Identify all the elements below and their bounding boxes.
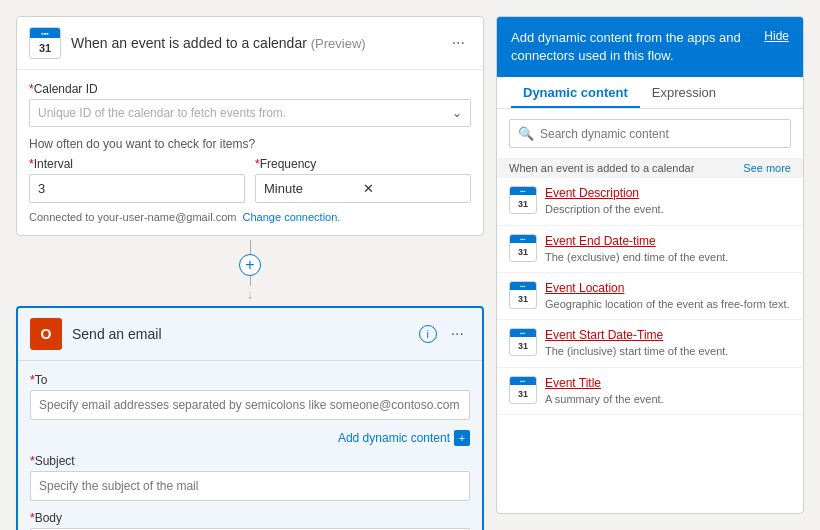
to-input[interactable]	[30, 390, 470, 420]
add-dynamic-content-button[interactable]: Add dynamic content +	[338, 430, 470, 446]
item-description: Description of the event.	[545, 202, 791, 216]
dynamic-item[interactable]: ▪▪▪ 31 Event Location Geographic locatio…	[497, 273, 803, 320]
to-label: *To	[30, 373, 470, 387]
dynamic-item[interactable]: ▪▪▪ 31 Event Start Date-Time The (inclus…	[497, 320, 803, 367]
subject-input[interactable]	[30, 471, 470, 501]
dynamic-items-list: ▪▪▪ 31 Event Description Description of …	[497, 178, 803, 513]
to-field: *To	[30, 373, 470, 420]
item-description: Geographic location of the event as free…	[545, 297, 791, 311]
item-description: A summary of the event.	[545, 392, 791, 406]
section-header: When an event is added to a calendar See…	[497, 158, 803, 178]
info-icon[interactable]: i	[419, 325, 437, 343]
hide-panel-button[interactable]: Hide	[764, 29, 789, 43]
plus-connector: + ↓	[16, 240, 484, 302]
item-description: The (exclusive) end time of the event.	[545, 250, 791, 264]
item-name: Event Title	[545, 376, 791, 390]
action-title: Send an email	[72, 326, 419, 342]
item-text: Event Description Description of the eve…	[545, 186, 791, 216]
chevron-down-icon: ⌄	[452, 106, 462, 120]
interval-input[interactable]	[29, 174, 245, 203]
connector-line-bottom	[250, 276, 251, 286]
trigger-card-header: ▪▪▪ 31 When an event is added to a calen…	[17, 17, 483, 70]
item-calendar-icon: ▪▪▪ 31	[509, 234, 537, 262]
clear-icon[interactable]: ✕	[363, 181, 462, 196]
trigger-menu-button[interactable]: ···	[446, 32, 471, 54]
dynamic-panel-header-text: Add dynamic content from the apps and co…	[511, 29, 754, 65]
item-text: Event Title A summary of the event.	[545, 376, 791, 406]
connector-line-top	[250, 240, 251, 254]
interval-field: *Interval	[29, 157, 245, 203]
dynamic-item[interactable]: ▪▪▪ 31 Event End Date-time The (exclusiv…	[497, 226, 803, 273]
frequency-select[interactable]: Minute ✕	[255, 174, 471, 203]
left-panel: ▪▪▪ 31 When an event is added to a calen…	[16, 16, 484, 514]
item-text: Event End Date-time The (exclusive) end …	[545, 234, 791, 264]
trigger-calendar-icon: ▪▪▪ 31	[29, 27, 61, 59]
add-step-button[interactable]: +	[239, 254, 261, 276]
trigger-card: ▪▪▪ 31 When an event is added to a calen…	[16, 16, 484, 236]
item-text: Event Location Geographic location of th…	[545, 281, 791, 311]
tabs-row: Dynamic content Expression	[497, 77, 803, 109]
dynamic-item[interactable]: ▪▪▪ 31 Event Description Description of …	[497, 178, 803, 225]
see-more-button[interactable]: See more	[743, 162, 791, 174]
action-menu-button[interactable]: ···	[445, 323, 470, 345]
calendar-id-label: *Calendar ID	[29, 82, 471, 96]
calendar-id-input[interactable]: Unique ID of the calendar to fetch event…	[29, 99, 471, 127]
dynamic-content-panel: Add dynamic content from the apps and co…	[496, 16, 804, 514]
subject-field: *Subject	[30, 454, 470, 501]
section-title: When an event is added to a calendar	[509, 162, 694, 174]
subject-label: *Subject	[30, 454, 470, 468]
item-calendar-icon: ▪▪▪ 31	[509, 376, 537, 404]
trigger-connection-info: Connected to your-user-name@gmail.com Ch…	[29, 211, 471, 223]
item-calendar-icon: ▪▪▪ 31	[509, 186, 537, 214]
item-name: Event Start Date-Time	[545, 328, 791, 342]
add-icon: +	[454, 430, 470, 446]
item-calendar-icon: ▪▪▪ 31	[509, 328, 537, 356]
dynamic-panel-header: Add dynamic content from the apps and co…	[497, 17, 803, 77]
arrow-down-icon: ↓	[247, 286, 254, 302]
dynamic-item[interactable]: ▪▪▪ 31 Event Title A summary of the even…	[497, 368, 803, 415]
body-label: *Body	[30, 511, 470, 525]
frequency-label: *Frequency	[255, 157, 471, 171]
body-field: *Body	[30, 511, 470, 530]
item-calendar-icon: ▪▪▪ 31	[509, 281, 537, 309]
interval-label: *Interval	[29, 157, 245, 171]
trigger-card-body: *Calendar ID Unique ID of the calendar t…	[17, 70, 483, 235]
action-card: O Send an email i ··· *To Add dynamic co…	[16, 306, 484, 530]
tab-expression[interactable]: Expression	[640, 77, 728, 108]
action-card-header: O Send an email i ···	[18, 308, 482, 361]
search-box: 🔍	[509, 119, 791, 148]
item-text: Event Start Date-Time The (inclusive) st…	[545, 328, 791, 358]
frequency-question: How often do you want to check for items…	[29, 137, 471, 151]
search-input[interactable]	[540, 127, 782, 141]
frequency-field: *Frequency Minute ✕	[255, 157, 471, 203]
action-card-body: *To Add dynamic content + *Subject *Body	[18, 361, 482, 530]
item-name: Event Description	[545, 186, 791, 200]
action-office-icon: O	[30, 318, 62, 350]
frequency-row: *Interval *Frequency Minute ✕	[29, 157, 471, 203]
item-description: The (inclusive) start time of the event.	[545, 344, 791, 358]
trigger-title: When an event is added to a calendar (Pr…	[71, 35, 446, 51]
search-icon: 🔍	[518, 126, 534, 141]
item-name: Event End Date-time	[545, 234, 791, 248]
dynamic-content-row: Add dynamic content +	[30, 430, 470, 446]
trigger-change-connection[interactable]: Change connection.	[243, 211, 341, 223]
tab-dynamic-content[interactable]: Dynamic content	[511, 77, 640, 108]
item-name: Event Location	[545, 281, 791, 295]
